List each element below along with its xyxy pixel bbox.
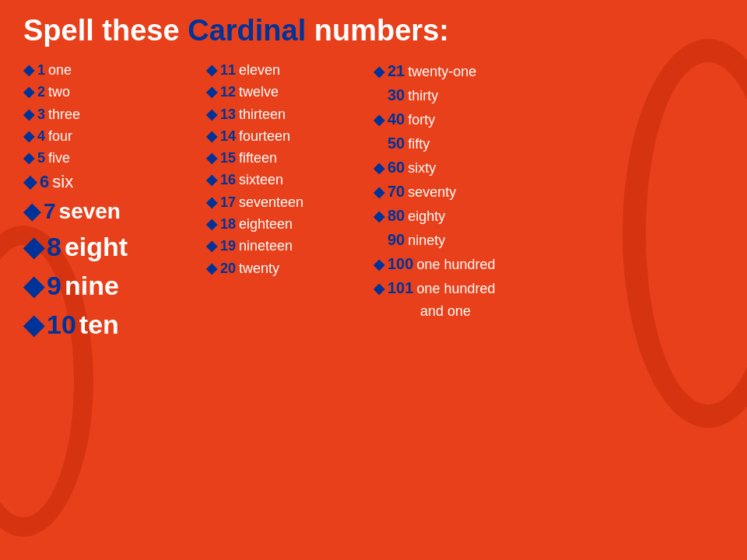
list-item: ◆ 10 ten — [23, 306, 198, 344]
list-item: ◆ 3 three — [23, 104, 198, 124]
list-item: ◆ 17 seventeen — [206, 192, 374, 212]
list-item: ◆ 11 eleven — [206, 60, 374, 80]
main-container: Spell these Cardinal numbers: ◆ 1 one ◆ … — [0, 0, 747, 358]
list-item: ◆ 18 eighteen — [206, 214, 374, 234]
list-item: ◆ 7 seven — [23, 196, 198, 227]
list-item: ◆ 90 ninety — [374, 229, 724, 251]
title-suffix: numbers: — [306, 14, 449, 47]
column-2: ◆ 11 eleven ◆ 12 twelve ◆ 13 thirteen ◆ … — [198, 60, 374, 344]
list-item: ◆ 8 eight — [23, 229, 198, 266]
list-item: ◆ 1 one — [23, 60, 198, 80]
list-item: ◆ 12 twelve — [206, 82, 374, 102]
numbers-grid: ◆ 1 one ◆ 2 two ◆ 3 three ◆ 4 four ◆ 5 — [23, 60, 724, 344]
column-1: ◆ 1 one ◆ 2 two ◆ 3 three ◆ 4 four ◆ 5 — [23, 60, 198, 344]
list-item: ◆ 5 five — [23, 148, 198, 168]
list-item: ◆ 50 fifty — [374, 132, 724, 155]
list-item: ◆ 2 two — [23, 82, 198, 102]
list-item: ◆ 9 nine — [23, 268, 198, 305]
list-item: ◆ 4 four — [23, 126, 198, 146]
list-item: ◆ 60 sixty — [374, 156, 724, 179]
list-item: ◆ 101 one hundred — [374, 277, 724, 299]
list-item: ◆ 21 twenty-one — [374, 60, 724, 82]
list-item: ◆ 70 seventy — [374, 180, 724, 203]
list-item: ◆ 20 twenty — [206, 258, 374, 278]
column-3: ◆ 21 twenty-one ◆ 30 thirty ◆ 40 forty ◆… — [374, 60, 724, 344]
title-highlight: Cardinal — [188, 14, 306, 47]
page-title: Spell these Cardinal numbers: — [23, 14, 724, 47]
list-item: ◆ 80 eighty — [374, 205, 724, 227]
list-item: ◆ 40 forty — [374, 108, 724, 131]
title-prefix: Spell these — [23, 14, 188, 47]
list-item-continuation: and one — [374, 301, 724, 321]
list-item: ◆ 100 one hundred — [374, 253, 724, 275]
list-item: ◆ 15 fifteen — [206, 148, 374, 168]
list-item: ◆ 6 six — [23, 170, 198, 194]
list-item: ◆ 30 thirty — [374, 84, 724, 107]
list-item: ◆ 16 sixteen — [206, 170, 374, 190]
list-item: ◆ 13 thirteen — [206, 104, 374, 124]
list-item: ◆ 19 nineteen — [206, 236, 374, 256]
list-item: ◆ 14 fourteen — [206, 126, 374, 146]
